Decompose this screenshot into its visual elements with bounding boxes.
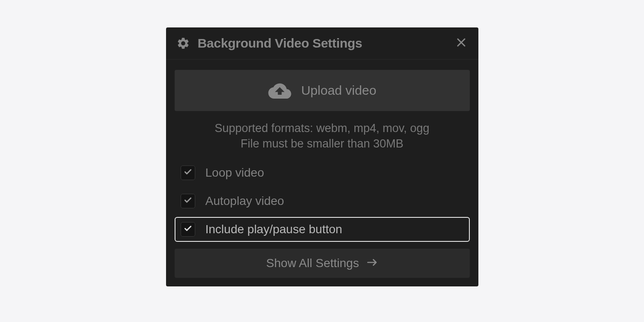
panel-header: Background Video Settings <box>166 27 478 60</box>
loop-video-checkbox[interactable] <box>181 166 195 180</box>
autoplay-video-label: Autoplay video <box>206 194 284 208</box>
help-text: Supported formats: webm, mp4, mov, ogg F… <box>175 120 470 152</box>
include-play-pause-checkbox[interactable] <box>181 222 195 237</box>
include-play-pause-label: Include play/pause button <box>206 223 342 236</box>
gear-icon <box>176 36 190 50</box>
loop-video-option[interactable]: Loop video <box>175 160 470 185</box>
autoplay-video-checkbox[interactable] <box>181 194 195 208</box>
background-video-settings-panel: Background Video Settings Upload video S… <box>166 27 478 286</box>
include-play-pause-option[interactable]: Include play/pause button <box>175 217 470 242</box>
close-icon <box>456 37 466 49</box>
check-icon <box>184 168 192 178</box>
panel-title: Background Video Settings <box>198 36 454 51</box>
help-text-line-2: File must be smaller than 30MB <box>175 136 470 151</box>
help-text-line-1: Supported formats: webm, mp4, mov, ogg <box>175 120 470 136</box>
panel-body: Upload video Supported formats: webm, mp… <box>166 60 478 286</box>
cloud-upload-icon <box>268 81 292 100</box>
close-button[interactable] <box>454 36 468 50</box>
autoplay-video-option[interactable]: Autoplay video <box>175 189 470 214</box>
arrow-right-icon <box>367 258 378 268</box>
loop-video-label: Loop video <box>206 166 264 180</box>
upload-video-label: Upload video <box>301 83 376 98</box>
show-all-settings-button[interactable]: Show All Settings <box>175 249 470 278</box>
show-all-settings-label: Show All Settings <box>266 256 359 270</box>
check-icon <box>184 224 192 235</box>
upload-video-button[interactable]: Upload video <box>175 70 470 111</box>
check-icon <box>184 196 192 206</box>
